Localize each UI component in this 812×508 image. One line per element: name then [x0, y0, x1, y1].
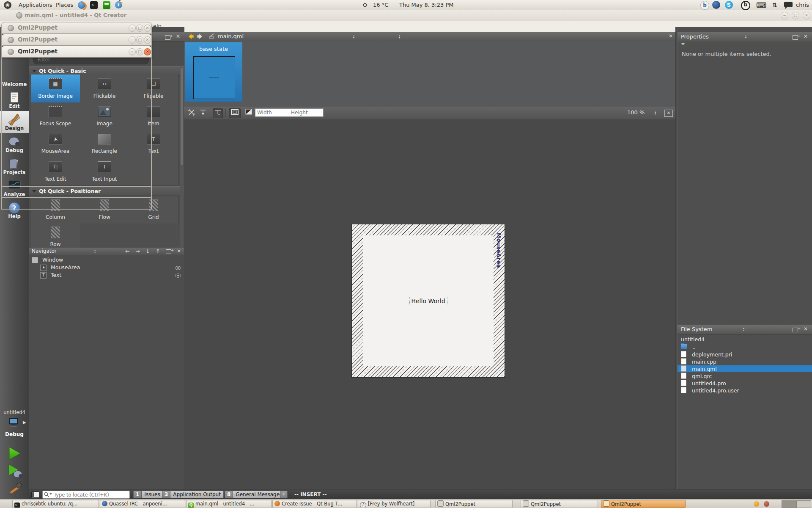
minimize-button[interactable]: − — [129, 48, 136, 55]
qtcreator-titlebar[interactable]: main.qml - untitled4 - Qt Creator − □ ✕ — [0, 10, 812, 21]
visibility-eye-icon[interactable] — [175, 273, 181, 278]
mousearea-element[interactable]: Hello World MouseArea — [351, 224, 505, 378]
task-qtcreator[interactable]: Qmain.qml - untitled4 - ... — [186, 500, 272, 508]
forward-icon[interactable] — [197, 33, 203, 41]
library-item-row[interactable]: Row — [31, 224, 80, 248]
fs-row-deployment[interactable]: deployment.pri — [678, 351, 812, 358]
application-output-pane-button[interactable]: 3Application Output — [162, 491, 224, 498]
minimize-button[interactable]: − — [781, 12, 788, 19]
locator[interactable] — [42, 491, 130, 499]
fs-row-maincpp[interactable]: main.cpp — [678, 358, 812, 365]
form-editor-canvas[interactable]: Hello World MouseArea — [184, 119, 675, 489]
maximize-button[interactable]: □ — [136, 25, 143, 32]
places-menu[interactable]: Places — [53, 1, 76, 9]
maximize-button[interactable]: □ — [136, 48, 143, 55]
qml2puppet-titlebar[interactable]: Qml2Puppet − □ ✕ — [1, 46, 152, 58]
fs-row-pro[interactable]: untitled4.pro — [678, 380, 812, 387]
split-panel-icon[interactable] — [793, 328, 798, 332]
workspace-2[interactable] — [796, 501, 811, 508]
task-firefox[interactable]: Create Issue - Qt Bug T... — [272, 500, 357, 508]
panel-chooser-icon[interactable]: ▴▾ — [94, 249, 96, 253]
info-launcher-icon[interactable]: i — [115, 1, 122, 8]
minimize-button[interactable]: − — [129, 25, 136, 32]
navigator-row-text[interactable]: T Text — [29, 272, 184, 279]
move-down-icon[interactable]: ↓ — [145, 248, 150, 254]
window-menu-icon[interactable] — [8, 37, 14, 43]
fs-row-up[interactable]: .. — [678, 344, 812, 351]
no-snapping-icon[interactable] — [187, 108, 196, 117]
circle-b-tray-icon[interactable]: b — [700, 1, 709, 10]
navigator-row-window[interactable]: Window — [29, 257, 184, 264]
fs-row-mainqml[interactable]: main.qml — [678, 365, 812, 372]
skype-tray-icon[interactable]: S — [725, 1, 733, 9]
fs-row-qmlqrc[interactable]: qml.qrc — [678, 373, 812, 379]
snap-to-anchors-icon[interactable] — [213, 108, 223, 118]
chat-bubble-icon[interactable] — [784, 2, 793, 7]
zoom-level[interactable]: 100 % — [627, 109, 645, 116]
close-document-icon[interactable]: ✕ — [669, 33, 673, 39]
window-menu-icon[interactable] — [8, 25, 14, 31]
library-scrollbar[interactable] — [180, 67, 184, 248]
root-height-input[interactable] — [289, 108, 324, 117]
open-document-name[interactable]: main.qml — [218, 33, 244, 39]
kit-selector[interactable]: ▶ — [8, 417, 19, 429]
ubuntu-logo-icon[interactable]: ◉ — [4, 1, 11, 9]
issues-pane-button[interactable]: 1Issues — [133, 491, 163, 498]
move-right-icon[interactable]: → — [135, 248, 140, 254]
root-width-input[interactable] — [255, 108, 290, 117]
close-panel-icon[interactable]: ✕ — [176, 33, 180, 39]
document-dropdown-icon[interactable]: ▴▾ — [353, 34, 354, 39]
qml2puppet-window-3[interactable]: Qml2Puppet − □ ✕ — [1, 57, 152, 210]
workspace-1[interactable] — [782, 501, 796, 508]
base-state-thumbnail[interactable]: Hello World — [193, 56, 235, 99]
window-menu-icon[interactable] — [16, 12, 22, 19]
task-quassel[interactable]: Quassel IRC - anpoeni... — [100, 500, 185, 508]
base-state-card[interactable]: base state Hello World — [185, 42, 242, 102]
session-user[interactable]: chris — [796, 0, 809, 10]
split-panel-icon[interactable] — [165, 35, 170, 40]
fs-row-prouser[interactable]: untitled4.pro.user — [678, 387, 812, 394]
quassel-tray-icon[interactable] — [712, 1, 720, 9]
toggle-sidebar-icon[interactable] — [31, 491, 39, 498]
minimize-button[interactable]: − — [129, 36, 136, 44]
scrollbar-thumb[interactable] — [181, 68, 183, 165]
expander-arrow-icon[interactable] — [681, 43, 685, 45]
panel-chooser-icon[interactable]: ▴▾ — [743, 327, 744, 331]
filesystem-root[interactable]: untitled4 — [681, 336, 705, 342]
show-bounding-rects-icon[interactable] — [229, 108, 241, 118]
debug-run-button[interactable] — [8, 464, 23, 481]
maximize-button[interactable]: □ — [792, 12, 799, 19]
keyboard-indicator-icon[interactable]: ⌨ — [756, 1, 767, 9]
pane-stepper-icon[interactable]: ▴▾ — [280, 491, 288, 498]
move-up-icon[interactable]: ↑ — [156, 248, 160, 254]
close-panel-icon[interactable]: ✕ — [804, 33, 808, 39]
split-panel-icon[interactable] — [166, 249, 171, 254]
close-button[interactable]: ✕ — [144, 25, 151, 32]
window-menu-icon[interactable] — [8, 49, 14, 55]
visibility-eye-icon[interactable] — [175, 266, 181, 270]
temperature[interactable]: 16 °C — [373, 0, 388, 10]
close-panel-icon[interactable]: ✕ — [804, 326, 808, 332]
close-panel-icon[interactable]: ✕ — [177, 248, 181, 254]
file-writable-icon[interactable] — [208, 33, 215, 40]
task-qml2puppet-2[interactable]: Qml2Puppet — [521, 500, 598, 508]
zoom-stepper-icon[interactable]: ▴▾ — [655, 110, 656, 115]
properties-subheader[interactable] — [678, 41, 812, 48]
close-button[interactable]: ✕ — [144, 36, 151, 44]
navigator-row-mousearea[interactable]: ➤ MouseArea — [29, 264, 184, 271]
run-button[interactable] — [8, 446, 22, 462]
build-button[interactable] — [7, 482, 23, 500]
qml2puppet-titlebar[interactable]: Qml2Puppet − □ ✕ — [1, 34, 152, 46]
green-app-launcher-icon[interactable] — [103, 1, 110, 9]
update-notifier-icon[interactable] — [754, 501, 759, 507]
firefox-launcher-icon[interactable] — [78, 1, 85, 9]
window-background[interactable]: Hello World — [363, 235, 494, 366]
general-messages-pane-button[interactable]: 8General Messages — [225, 491, 285, 498]
locator-input[interactable] — [53, 491, 129, 498]
back-icon[interactable] — [187, 33, 194, 41]
clock[interactable]: Thu May 8, 3:23 PM — [399, 0, 453, 10]
maximize-button[interactable]: □ — [136, 36, 143, 44]
tray-misc-icon[interactable] — [764, 501, 769, 507]
task-music[interactable]: ♪[Frey by Wolfheart] — [358, 500, 431, 508]
updown-arrows-icon[interactable]: ⇅ — [772, 1, 777, 9]
